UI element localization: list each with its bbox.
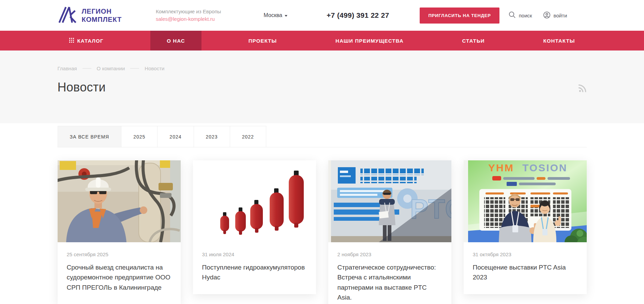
news-photo-engine-room [58, 160, 181, 242]
breadcrumb: Главная О компании Новости [58, 66, 587, 71]
nav-item-about[interactable]: О НАС [150, 31, 201, 50]
tab-2023[interactable]: 2023 [194, 126, 230, 147]
email-link[interactable]: sales@legion-komplekt.ru [156, 15, 215, 23]
nav-item-projects[interactable]: ПРОЕКТЫ [237, 31, 288, 50]
news-card[interactable]: PTC [328, 160, 451, 304]
login-button[interactable]: войти [543, 11, 567, 20]
nav-item-label: КАТАЛОГ [77, 38, 104, 44]
news-photo-accumulators [193, 160, 316, 242]
news-date: 25 сентября 2025 [67, 251, 171, 257]
nav-item-advantages[interactable]: НАШИ ПРЕИМУЩЕСТВА [324, 31, 415, 50]
search-icon [509, 11, 516, 19]
tab-all-time[interactable]: ЗА ВСЕ ВРЕМЯ [58, 126, 122, 147]
news-card[interactable]: 25 сентября 2025 Срочный выезд специалис… [58, 160, 181, 304]
city-selector[interactable]: Москва [264, 12, 287, 18]
user-icon [543, 11, 551, 20]
news-date: 31 июля 2024 [202, 251, 307, 257]
search-label: поиск [519, 13, 532, 18]
tab-2024[interactable]: 2024 [157, 126, 194, 147]
tab-2025[interactable]: 2025 [121, 126, 158, 147]
page-hero: Главная О компании Новости Новости [0, 50, 644, 123]
login-label: войти [554, 13, 567, 18]
breadcrumb-home[interactable]: Главная [58, 66, 77, 71]
news-photo-tosion-booth: YHM TOSION [464, 160, 587, 242]
breadcrumb-separator [83, 68, 91, 69]
nav-item-articles[interactable]: СТАТЬИ [451, 31, 496, 50]
logo-text: ЛЕГИОН КОМПЛЕКТ [82, 7, 122, 24]
search-button[interactable]: поиск [509, 11, 532, 19]
news-title[interactable]: Стратегическое сотрудничество: Встреча с… [338, 262, 442, 303]
site-header: ЛЕГИОН КОМПЛЕКТ Комплектующие из Европы … [0, 0, 644, 31]
svg-text:TOSION: TOSION [522, 162, 567, 173]
rss-icon[interactable] [578, 84, 587, 95]
header-tagline-block: Комплектующие из Европы sales@legion-kom… [156, 8, 221, 23]
news-date: 31 октября 2023 [473, 251, 578, 257]
nav-item-catalog[interactable]: КАТАЛОГ [58, 31, 115, 50]
breadcrumb-current: Новости [145, 66, 164, 71]
tab-2022[interactable]: 2022 [230, 126, 266, 147]
news-title[interactable]: Срочный выезд специалиста на судоремонтн… [67, 262, 171, 292]
page-title: Новости [58, 80, 106, 95]
news-photo-ptc-billboard: PTC [328, 160, 451, 242]
news-date: 2 ноября 2023 [338, 251, 442, 257]
grid-icon [69, 38, 74, 44]
news-card[interactable]: YHM TOSION [464, 160, 587, 294]
company-logo[interactable]: ЛЕГИОН КОМПЛЕКТ [58, 5, 122, 26]
news-title[interactable]: Поступление гидроаккумуляторов Hydac [202, 262, 307, 283]
breadcrumb-about[interactable]: О компании [97, 66, 125, 71]
phone-number[interactable]: +7 (499) 391 22 27 [327, 11, 389, 19]
main-nav: КАТАЛОГ О НАС ПРОЕКТЫ НАШИ ПРЕИМУЩЕСТВА … [0, 31, 644, 50]
city-label: Москва [264, 12, 282, 18]
nav-item-contacts[interactable]: КОНТАКТЫ [532, 31, 587, 50]
news-card[interactable]: 31 июля 2024 Поступление гидроаккумулято… [193, 160, 316, 294]
svg-text:YHM: YHM [488, 162, 514, 173]
chevron-down-icon [285, 15, 287, 17]
header-tagline: Комплектующие из Европы [156, 8, 221, 16]
news-list: 25 сентября 2025 Срочный выезд специалис… [58, 160, 587, 304]
logo-mark-icon [58, 5, 77, 26]
breadcrumb-separator [130, 68, 139, 69]
news-title[interactable]: Посещение выставки PTC Asia 2023 [473, 262, 578, 283]
year-filter: ЗА ВСЕ ВРЕМЯ 2025 2024 2023 2022 [58, 126, 587, 147]
invite-tender-button[interactable]: ПРИГЛАСИТЬ НА ТЕНДЕР [420, 8, 499, 24]
